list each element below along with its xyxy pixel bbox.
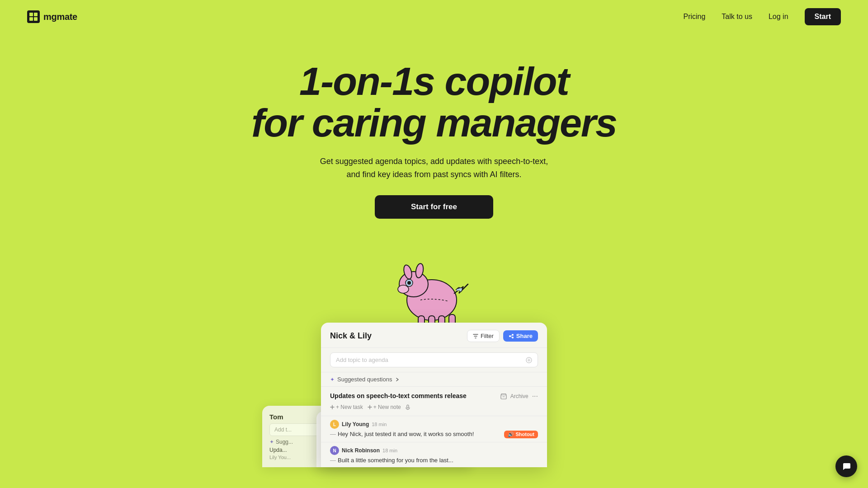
mascot-donkey	[384, 241, 484, 332]
login-button[interactable]: Log in	[769, 13, 788, 21]
logo-icon	[27, 10, 40, 23]
comment-lily-text: — Hey Nick, just tested it and wow, it w…	[330, 431, 538, 438]
svg-point-9	[407, 281, 411, 285]
plus-icon	[330, 405, 335, 409]
input-icon	[526, 357, 532, 363]
card-main: Nick & Lily Filter Share	[321, 323, 547, 467]
start-free-button[interactable]: Start for free	[375, 195, 493, 219]
topic-sub-actions: + New task + New note	[330, 404, 538, 410]
topic-block: Updates on speech-to-text comments relea…	[321, 387, 547, 416]
nav-links: Pricing Talk to us Log in Start	[683, 8, 841, 25]
topic-actions: Archive ···	[500, 392, 538, 400]
card-header-actions: Filter Share	[467, 330, 538, 342]
card-main-title: Nick & Lily	[330, 331, 372, 341]
navbar: mgmate Pricing Talk to us Log in Start	[0, 0, 868, 33]
archive-label: Archive	[510, 393, 528, 399]
comment-lily: L Lily Young 18 min — Hey Nick, just tes…	[321, 416, 547, 442]
archive-icon	[500, 393, 507, 399]
note-plus-icon	[368, 405, 372, 409]
chat-bubble-button[interactable]	[835, 455, 857, 477]
topic-title: Updates on speech-to-text comments relea…	[330, 392, 467, 399]
chat-icon	[841, 461, 851, 471]
svg-rect-1	[34, 13, 38, 16]
comment-nick: N Nick Robinson 18 min — Built a little …	[321, 442, 547, 467]
shotout-badge: 🔊 Shotout	[504, 431, 538, 438]
hero-section: 1-on-1s copilot for caring managers Get …	[0, 33, 868, 232]
comment-nick-text: — Built a little something for you from …	[330, 457, 538, 464]
chevron-right-icon	[395, 377, 400, 382]
mic-icon	[406, 404, 410, 410]
comment-lily-user: L Lily Young 18 min	[330, 420, 538, 429]
app-preview-section: Tom Add t... ✦ Sugg... Upda... Lily You.…	[0, 323, 868, 467]
logo-text: mgmate	[43, 12, 77, 22]
new-note-action[interactable]: + New note	[368, 404, 401, 410]
filter-icon	[473, 333, 478, 339]
comment-nick-user: N Nick Robinson 18 min	[330, 446, 538, 455]
card-main-header: Nick & Lily Filter Share	[321, 323, 547, 348]
new-task-action[interactable]: + New task	[330, 404, 363, 410]
more-icon: ···	[532, 392, 538, 400]
svg-rect-2	[29, 17, 33, 21]
card-input-area: Add topic to agenda	[321, 348, 547, 372]
nav-link-talk[interactable]: Talk to us	[722, 13, 752, 21]
filter-button[interactable]: Filter	[467, 330, 500, 342]
hero-cta: Start for free	[9, 195, 859, 219]
nav-link-pricing[interactable]: Pricing	[683, 13, 705, 21]
share-icon	[509, 333, 514, 339]
hero-title: 1-on-1s copilot for caring managers	[9, 61, 859, 144]
suggested-questions-row[interactable]: ✦ Suggested questions	[321, 372, 547, 387]
mic-action[interactable]	[406, 404, 410, 410]
agenda-input[interactable]: Add topic to agenda	[330, 352, 538, 367]
input-placeholder: Add topic to agenda	[336, 357, 388, 363]
svg-rect-0	[29, 13, 33, 16]
nick-user-avatar: N	[330, 446, 339, 455]
sparkle-icon: ✦	[330, 376, 335, 383]
mascot-area	[0, 241, 868, 332]
hero-subtitle: Get suggested agenda topics, add updates…	[9, 155, 859, 181]
start-button[interactable]: Start	[805, 8, 841, 25]
share-button[interactable]: Share	[503, 330, 538, 342]
topic-header: Updates on speech-to-text comments relea…	[330, 392, 538, 400]
lily-user-avatar: L	[330, 420, 339, 429]
svg-rect-3	[34, 17, 38, 21]
svg-rect-29	[407, 405, 409, 408]
logo-link[interactable]: mgmate	[27, 10, 77, 23]
svg-point-10	[398, 285, 409, 293]
